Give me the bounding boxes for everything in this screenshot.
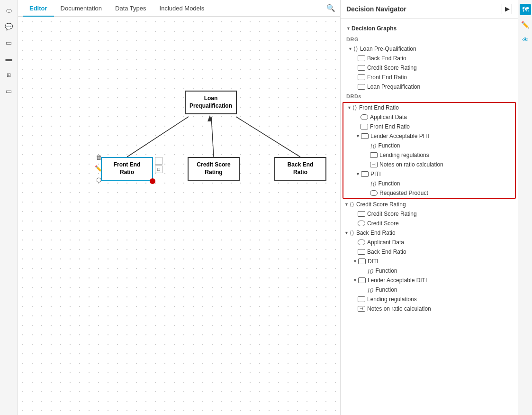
drd-diti[interactable]: ▼ DITI bbox=[341, 257, 518, 266]
drg-item-backend[interactable]: Back End Ratio bbox=[341, 54, 518, 63]
drd-lender-piti-func[interactable]: ƒ() Function bbox=[343, 141, 515, 150]
chevron-down-icon: ▼ bbox=[346, 26, 351, 31]
drd-backend-lending-regs[interactable]: Lending regulations bbox=[341, 295, 518, 304]
rect-b-tool[interactable]: ▭ bbox=[2, 84, 16, 98]
drd-notes-ratio[interactable]: ⊣ Notes on ratio calculation bbox=[343, 160, 515, 169]
edit-side-icon[interactable]: ✏️ bbox=[520, 19, 531, 30]
map-icon[interactable]: 🗺 bbox=[520, 4, 531, 15]
drd-piti-func[interactable]: ƒ() Function bbox=[343, 179, 515, 188]
red-dot-indicator bbox=[150, 178, 155, 184]
panel-title: Decision Navigator bbox=[346, 5, 406, 13]
drd-credit-rating[interactable]: Credit Score Rating bbox=[341, 209, 518, 219]
comment-tool[interactable]: 💬 bbox=[2, 20, 16, 33]
drg-root[interactable]: ▼ ⟨⟩ Loan Pre-Qualification bbox=[341, 44, 518, 54]
drd-backend-notes[interactable]: ⊣ Notes on ratio calculation bbox=[341, 304, 518, 314]
function-icon: ƒ() bbox=[370, 143, 376, 148]
drd-credit-score[interactable]: Credit Score bbox=[341, 219, 518, 228]
panel-body: ▼ Decision Graphs DRG ▼ ⟨⟩ Loan Pre-Qual… bbox=[341, 18, 518, 415]
drd-backend-root[interactable]: ▼ ⟨⟩ Back End Ratio bbox=[341, 228, 518, 238]
drd-icon: ⟨⟩ bbox=[352, 104, 357, 111]
arrows-svg bbox=[18, 17, 340, 415]
drd-icon: ⟨⟩ bbox=[350, 230, 354, 236]
main-area: Editor Documentation Data Types Included… bbox=[18, 0, 340, 415]
rect-icon bbox=[361, 124, 368, 129]
rect-icon bbox=[358, 84, 365, 90]
chevron-down-icon: ▼ bbox=[353, 259, 357, 264]
rect-icon bbox=[370, 152, 378, 158]
chevron-down-icon: ▼ bbox=[356, 172, 360, 176]
drd-frontend-applicant[interactable]: Applicant Data bbox=[343, 112, 515, 122]
drd-lender-piti[interactable]: ▼ Lender Acceptable PITI bbox=[343, 131, 515, 141]
chevron-down-icon: ▼ bbox=[348, 46, 352, 51]
node-loan[interactable]: Loan Prequalification bbox=[185, 91, 237, 114]
right-side-icons: 🗺 ✏️ 👁 bbox=[518, 0, 532, 415]
expand-panel-button[interactable]: ▶ bbox=[502, 4, 512, 14]
drg-item-loan[interactable]: Loan Prequalification bbox=[341, 82, 518, 92]
rect-icon bbox=[358, 55, 365, 61]
drd-frontend-root[interactable]: ▼ ⟨⟩ Front End Ratio bbox=[343, 103, 515, 112]
node-backend[interactable]: Back End Ratio bbox=[274, 157, 326, 181]
rect-icon bbox=[361, 171, 369, 177]
drd-backend-applicant[interactable]: Applicant Data bbox=[341, 238, 518, 247]
tab-data-types[interactable]: Data Types bbox=[108, 1, 153, 17]
drd-lending-regs[interactable]: Lending regulations bbox=[343, 150, 515, 160]
right-panel: Decision Navigator ▶ ▼ Decision Graphs D… bbox=[340, 0, 518, 415]
svg-line-1 bbox=[211, 117, 214, 157]
drd-frontend-ratio[interactable]: Front End Ratio bbox=[343, 122, 515, 131]
rect-h-tool[interactable]: ▬ bbox=[2, 52, 16, 65]
tab-documentation[interactable]: Documentation bbox=[54, 1, 108, 17]
chevron-down-icon: ▼ bbox=[356, 134, 360, 138]
decision-graphs-header[interactable]: ▼ Decision Graphs bbox=[341, 22, 518, 35]
rect-icon bbox=[358, 277, 366, 283]
drd-backend-ratio[interactable]: Back End Ratio bbox=[341, 247, 518, 257]
rect-icon bbox=[358, 249, 365, 255]
svg-line-0 bbox=[127, 117, 189, 157]
circle-tool[interactable]: ⬭ bbox=[2, 4, 16, 17]
table-tool[interactable]: ⊞ bbox=[2, 68, 16, 82]
rect-icon bbox=[358, 211, 365, 217]
drg-item-credit[interactable]: Credit Score Rating bbox=[341, 63, 518, 73]
drd-icon: ⟨⟩ bbox=[350, 201, 354, 208]
drd-credit-root[interactable]: ▼ ⟨⟩ Credit Score Rating bbox=[341, 200, 518, 209]
key-icon: ⊣ bbox=[370, 162, 378, 167]
rounded-icon bbox=[358, 221, 365, 226]
tab-editor[interactable]: Editor bbox=[23, 1, 54, 17]
rect-icon bbox=[358, 65, 365, 71]
node-credit[interactable]: Credit Score Rating bbox=[188, 157, 240, 181]
canvas-area[interactable]: Loan Prequalification 🗑 ✏️ ⬡ Front End R… bbox=[18, 17, 340, 415]
mini-icon-2[interactable]: □ bbox=[155, 166, 162, 173]
svg-marker-3 bbox=[207, 115, 212, 121]
node-mini-icons: ← □ bbox=[155, 157, 162, 173]
rect-icon bbox=[361, 133, 369, 139]
mini-icon-1[interactable]: ← bbox=[155, 157, 162, 165]
chevron-down-icon: ▼ bbox=[344, 202, 349, 207]
frontend-highlighted-group: ▼ ⟨⟩ Front End Ratio Applicant Data Fron… bbox=[343, 102, 516, 199]
drd-lender-diti-func[interactable]: ƒ() Function bbox=[341, 285, 518, 295]
svg-line-2 bbox=[236, 117, 300, 157]
rect-icon bbox=[358, 74, 365, 80]
drg-item-frontend[interactable]: Front End Ratio bbox=[341, 73, 518, 82]
tab-included-models[interactable]: Included Models bbox=[153, 1, 211, 17]
rounded-icon bbox=[370, 190, 378, 196]
function-icon: ƒ() bbox=[367, 268, 373, 274]
rect-tool[interactable]: ▭ bbox=[2, 36, 16, 49]
top-tabs: Editor Documentation Data Types Included… bbox=[18, 0, 340, 17]
drd-piti[interactable]: ▼ PITI bbox=[343, 169, 515, 179]
node-frontend[interactable]: Front End Ratio bbox=[101, 157, 153, 181]
chevron-down-icon: ▼ bbox=[347, 105, 352, 110]
drds-section-header: DRDs bbox=[341, 92, 518, 101]
drd-requested-product[interactable]: Requested Product bbox=[343, 188, 515, 198]
search-icon[interactable]: 🔍 bbox=[326, 4, 335, 12]
eye-icon[interactable]: 👁 bbox=[520, 34, 531, 46]
function-icon: ƒ() bbox=[370, 181, 376, 186]
panel-header: Decision Navigator ▶ bbox=[341, 0, 518, 18]
left-toolbar: ⬭ 💬 ▭ ▬ ⊞ ▭ bbox=[0, 0, 18, 415]
chevron-down-icon: ▼ bbox=[344, 231, 349, 235]
rect-icon bbox=[358, 296, 365, 302]
rect-icon bbox=[358, 258, 366, 264]
drg-root-icon: ⟨⟩ bbox=[353, 46, 358, 52]
drd-diti-func[interactable]: ƒ() Function bbox=[341, 266, 518, 276]
rounded-icon bbox=[358, 240, 365, 245]
drd-lender-diti[interactable]: ▼ Lender Acceptable DITI bbox=[341, 276, 518, 285]
key-icon: ⊣ bbox=[358, 306, 365, 312]
